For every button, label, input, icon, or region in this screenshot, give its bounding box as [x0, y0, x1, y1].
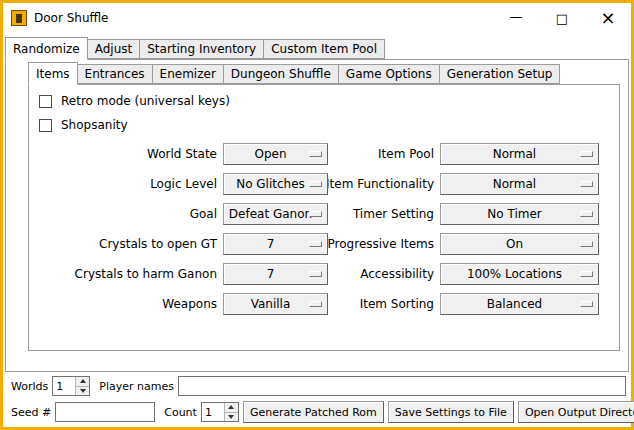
tab-entrances-label: Entrances	[85, 67, 145, 81]
checkbox-icon	[39, 95, 52, 108]
worlds-up-button[interactable]	[76, 377, 89, 386]
accessibility-label: Accessibility	[334, 263, 434, 285]
worlds-down-button[interactable]	[76, 386, 89, 396]
world-state-dropdown[interactable]: Open	[223, 143, 328, 165]
player-names-label: Player names	[99, 380, 174, 393]
window-controls: — □ ×	[493, 3, 631, 33]
retro-mode-checkbox[interactable]: Retro mode (universal keys)	[39, 91, 609, 111]
tab-dungeon-shuffle[interactable]: Dungeon Shuffle	[223, 64, 339, 84]
outer-tab-bar: Randomize Adjust Starting Inventory Cust…	[5, 37, 629, 59]
count-spinbox[interactable]	[201, 402, 239, 422]
tab-game-options-label: Game Options	[346, 67, 432, 81]
tab-items-label: Items	[36, 67, 70, 81]
tab-generation-setup[interactable]: Generation Setup	[439, 64, 561, 84]
crystals-harm-ganon-value: 7	[267, 267, 285, 281]
crystals-open-gt-label: Crystals to open GT	[39, 233, 217, 255]
player-names-input[interactable]	[178, 376, 626, 396]
shopsanity-checkbox[interactable]: Shopsanity	[39, 115, 609, 135]
close-icon: ×	[600, 9, 615, 27]
dropdown-indicator-icon	[309, 211, 322, 217]
dropdown-indicator-icon	[580, 181, 593, 187]
dropdown-indicator-icon	[309, 181, 322, 187]
minimize-icon: —	[510, 10, 523, 23]
maximize-button[interactable]: □	[539, 3, 585, 33]
tab-items[interactable]: Items	[28, 62, 78, 85]
up-arrow-icon	[228, 405, 234, 409]
seed-input[interactable]	[55, 402, 155, 422]
logic-level-dropdown[interactable]: No Glitches	[223, 173, 328, 195]
tab-starting-inventory[interactable]: Starting Inventory	[139, 39, 264, 59]
tab-starting-inventory-label: Starting Inventory	[147, 42, 256, 56]
randomize-panel: Items Entrances Enemizer Dungeon Shuffle…	[5, 59, 629, 372]
tab-custom-item-pool-label: Custom Item Pool	[271, 42, 377, 56]
maximize-icon: □	[556, 12, 568, 25]
tab-adjust[interactable]: Adjust	[87, 39, 141, 59]
worlds-input[interactable]	[53, 377, 75, 395]
tab-entrances[interactable]: Entrances	[77, 64, 153, 84]
close-button[interactable]: ×	[585, 3, 631, 33]
tab-randomize-label: Randomize	[13, 42, 80, 56]
crystals-harm-ganon-dropdown[interactable]: 7	[223, 263, 328, 285]
count-input[interactable]	[202, 403, 224, 421]
crystals-open-gt-dropdown[interactable]: 7	[223, 233, 328, 255]
titlebar[interactable]: Door Shuffle — □ ×	[3, 3, 631, 33]
worlds-label: Worlds	[11, 380, 48, 393]
count-up-button[interactable]	[225, 403, 238, 412]
item-functionality-dropdown[interactable]: Normal	[440, 173, 599, 195]
weapons-dropdown[interactable]: Vanilla	[223, 293, 328, 315]
up-arrow-icon	[80, 379, 86, 383]
goal-dropdown[interactable]: Defeat Ganon	[223, 203, 328, 225]
door-shuffle-window: Door Shuffle — □ × Randomize Adjust Star…	[0, 0, 634, 430]
timer-setting-value: No Timer	[487, 207, 551, 221]
dropdown-indicator-icon	[309, 151, 322, 157]
dropdown-indicator-icon	[580, 151, 593, 157]
open-output-directory-button[interactable]: Open Output Directory	[518, 401, 634, 423]
dropdown-indicator-icon	[309, 301, 322, 307]
count-down-button[interactable]	[225, 412, 238, 422]
item-pool-label: Item Pool	[334, 143, 434, 165]
options-grid: World State Open Item Pool Normal Logic …	[39, 143, 609, 315]
item-pool-dropdown[interactable]: Normal	[440, 143, 599, 165]
retro-mode-label: Retro mode (universal keys)	[61, 94, 230, 108]
down-arrow-icon	[80, 389, 86, 393]
item-sorting-dropdown[interactable]: Balanced	[440, 293, 599, 315]
inner-notebook: Items Entrances Enemizer Dungeon Shuffle…	[28, 62, 620, 351]
tab-enemizer[interactable]: Enemizer	[152, 64, 224, 84]
progressive-items-label: Progressive Items	[334, 233, 434, 255]
dropdown-indicator-icon	[309, 241, 322, 247]
outer-notebook: Randomize Adjust Starting Inventory Cust…	[5, 37, 629, 372]
inner-tab-bar: Items Entrances Enemizer Dungeon Shuffle…	[28, 62, 620, 84]
dropdown-indicator-icon	[580, 241, 593, 247]
item-pool-value: Normal	[493, 147, 546, 161]
app-icon	[11, 10, 27, 26]
bottom-bar: Worlds Player names Seed # Count	[3, 372, 631, 427]
item-sorting-label: Item Sorting	[334, 293, 434, 315]
tab-game-options[interactable]: Game Options	[338, 64, 440, 84]
tab-adjust-label: Adjust	[95, 42, 133, 56]
dropdown-indicator-icon	[309, 271, 322, 277]
save-settings-button[interactable]: Save Settings to File	[388, 401, 514, 423]
weapons-value: Vanilla	[251, 297, 301, 311]
generate-patched-rom-button[interactable]: Generate Patched Rom	[243, 401, 384, 423]
count-spin-buttons	[224, 403, 238, 421]
window-title: Door Shuffle	[34, 11, 108, 25]
minimize-button[interactable]: —	[493, 3, 539, 33]
timer-setting-label: Timer Setting	[334, 203, 434, 225]
worlds-spinbox[interactable]	[52, 376, 90, 396]
progressive-items-value: On	[506, 237, 533, 251]
seed-label: Seed #	[11, 406, 51, 419]
logic-level-value: No Glitches	[236, 177, 315, 191]
accessibility-dropdown[interactable]: 100% Locations	[440, 263, 599, 285]
dropdown-indicator-icon	[580, 271, 593, 277]
logic-level-label: Logic Level	[39, 173, 217, 195]
accessibility-value: 100% Locations	[467, 267, 572, 281]
item-functionality-value: Normal	[493, 177, 546, 191]
progressive-items-dropdown[interactable]: On	[440, 233, 599, 255]
dropdown-indicator-icon	[580, 211, 593, 217]
item-sorting-value: Balanced	[487, 297, 552, 311]
weapons-label: Weapons	[39, 293, 217, 315]
tab-dungeon-shuffle-label: Dungeon Shuffle	[231, 67, 331, 81]
tab-randomize[interactable]: Randomize	[5, 37, 88, 60]
tab-custom-item-pool[interactable]: Custom Item Pool	[263, 39, 385, 59]
timer-setting-dropdown[interactable]: No Timer	[440, 203, 599, 225]
